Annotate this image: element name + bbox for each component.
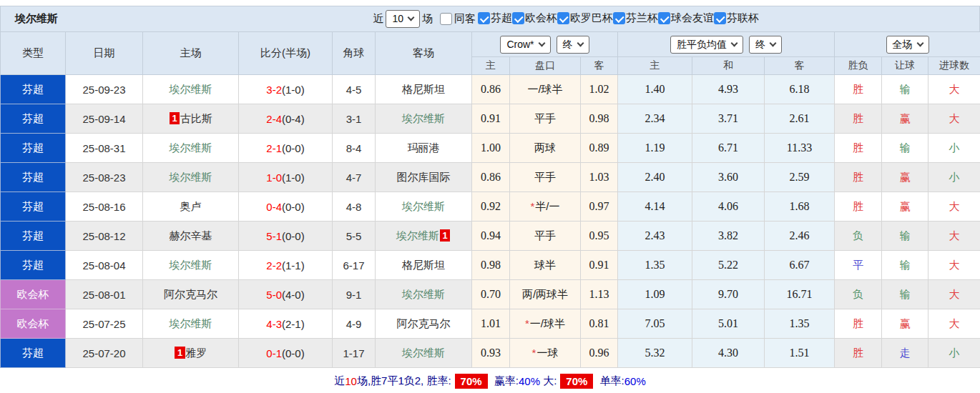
home-team-cell: 埃尔维斯 (143, 251, 239, 280)
date-cell: 25-08-01 (66, 280, 143, 309)
league-filter-item[interactable]: 芬兰杯 (613, 11, 658, 25)
table-row: 芬超 25-09-14 1古比斯 2-4(0-4) 3-1 埃尔维斯 0.91 … (1, 104, 980, 134)
league-filter-label: 球会友谊 (671, 11, 714, 25)
halftime-score: (1-0) (282, 84, 305, 96)
result-cell: 胜 (835, 104, 882, 134)
league-cell: 芬超 (1, 163, 66, 192)
result-cell: 胜 (835, 75, 882, 104)
checkbox-icon[interactable] (613, 12, 625, 24)
league-filter-label: 芬超 (491, 11, 512, 25)
fulltime-score: 2-1 (266, 142, 282, 154)
away-team-name: 埃尔维斯 (402, 288, 445, 300)
odds-home-cell: 0.94 (472, 222, 510, 251)
handicap-result-cell: 输 (882, 75, 928, 104)
star-mark: * (530, 200, 534, 212)
away-team-name: 阿尔克马尔 (397, 317, 451, 329)
mean-home-cell: 2.34 (618, 104, 692, 134)
corners-cell: 4-9 (333, 309, 376, 339)
summary-segment: 大: (540, 374, 557, 388)
league-filter-item[interactable]: 球会友谊 (658, 11, 714, 25)
match-history-panel: 埃尔维斯 近 10 场 同客 芬超欧会杯欧罗巴杯芬兰杯球会友谊芬联杯 类型 日期… (0, 0, 980, 393)
handicap-result-cell: 输 (882, 222, 928, 251)
mean-draw-cell: 4.06 (692, 192, 765, 222)
red-card-badge: 1 (440, 229, 450, 242)
league-filter-item[interactable]: 芬超 (478, 11, 512, 25)
odds-controls-header: Crow* 终 (472, 32, 618, 57)
result-cell: 胜 (835, 134, 882, 163)
recent-count-select[interactable]: 10 (386, 10, 420, 28)
handicap-cell: 两/两球半 (510, 280, 581, 309)
league-filter-item[interactable]: 欧罗巴杯 (557, 11, 613, 25)
checkbox-icon[interactable] (658, 12, 670, 24)
handicap-result-cell: 走 (882, 339, 928, 368)
score-cell: 5-0(4-0) (239, 280, 333, 309)
mean-draw-cell: 3.82 (692, 222, 765, 251)
corners-cell: 3-1 (333, 104, 376, 134)
chevron-down-icon (731, 39, 738, 46)
home-team-cell: 埃尔维斯 (143, 134, 239, 163)
handicap-cell: *一/球半 (510, 309, 581, 339)
subcol-handicap: 盘口 (510, 57, 581, 75)
bookmaker-select[interactable]: Crow* (500, 36, 550, 54)
summary-segment: 近 (334, 374, 345, 388)
col-header-date: 日期 (66, 32, 143, 75)
goals-result-cell: 大 (928, 222, 980, 251)
fulltime-score: 4-3 (266, 318, 282, 330)
league-filter-item[interactable]: 欧会杯 (512, 11, 557, 25)
table-row: 欧会杯 25-07-25 埃尔维斯 4-3(2-1) 4-9 阿尔克马尔 1.0… (1, 309, 980, 339)
league-filter-label: 芬联杯 (727, 11, 759, 25)
checkbox-icon[interactable] (714, 12, 726, 24)
away-team-cell: 埃尔维斯 (376, 104, 472, 134)
odds-time-select[interactable]: 终 (557, 36, 589, 54)
home-team-name: 赫尔辛基 (170, 229, 212, 242)
summary-bar: 近10场,胜7平1负2, 胜率:70% 赢率:40% 大:70% 单率:60% (0, 368, 980, 393)
handicap-text: 平手 (534, 229, 556, 242)
league-cell: 芬超 (1, 251, 66, 280)
league-filter-item[interactable]: 芬联杯 (714, 11, 759, 25)
home-team-cell: 埃尔维斯 (143, 75, 239, 104)
mean-time-select[interactable]: 终 (749, 36, 782, 54)
odds-away-cell: 1.02 (581, 75, 618, 104)
odds-away-cell: 0.89 (581, 134, 618, 163)
handicap-cell: 平手 (510, 222, 581, 251)
odds-away-cell: 0.98 (581, 104, 618, 134)
mean-draw-cell: 4.30 (692, 339, 765, 368)
home-team-name: 奥卢 (180, 200, 202, 212)
chevron-down-icon (408, 14, 415, 21)
checkbox-icon[interactable] (512, 12, 524, 24)
table-row: 芬超 25-07-20 1雅罗 0-1(0-0) 1-17 埃尔维斯 0.93 … (1, 339, 980, 368)
halftime-score: (1-1) (282, 259, 305, 272)
date-cell: 25-07-20 (66, 339, 143, 368)
handicap-cell: *半/一 (510, 192, 581, 222)
mean-home-cell: 1.19 (618, 134, 692, 163)
checkbox-icon[interactable] (557, 12, 569, 24)
matches-label: 场 (422, 12, 433, 26)
halftime-score: (2-1) (282, 318, 305, 330)
score-cell: 0-1(0-0) (239, 339, 333, 368)
goals-result-cell: 大 (928, 104, 980, 134)
mean-home-cell: 2.43 (618, 222, 692, 251)
home-team-name: 埃尔维斯 (170, 83, 212, 95)
handicap-text: 一/球半 (530, 317, 565, 329)
summary-segment: 10 (345, 375, 357, 387)
away-team-cell: 阿尔克马尔 (376, 309, 472, 339)
league-cell: 欧会杯 (1, 309, 66, 339)
table-row: 芬超 25-08-12 赫尔辛基 5-1(0-0) 5-5 埃尔维斯1 0.94… (1, 222, 980, 251)
handicap-text: 两球 (534, 141, 556, 154)
odds-home-cell: 1.00 (472, 134, 510, 163)
mean-select[interactable]: 胜平负均值 (670, 36, 743, 54)
checkbox-icon[interactable] (478, 12, 490, 24)
mean-away-cell: 1.35 (765, 309, 835, 339)
table-row: 芬超 25-09-23 埃尔维斯 3-2(1-0) 4-5 格尼斯坦 0.86 … (1, 75, 980, 104)
mean-draw-cell: 3.60 (692, 163, 765, 192)
same-away-checkbox[interactable] (440, 13, 452, 25)
scope-select[interactable]: 全场 (886, 36, 929, 54)
halftime-score: (4-0) (282, 289, 305, 301)
corners-cell: 9-1 (333, 280, 376, 309)
mean-draw-cell: 3.71 (692, 104, 765, 134)
goals-result-cell: 小 (928, 339, 980, 368)
result-cell: 负 (835, 280, 882, 309)
home-team-cell: 1雅罗 (143, 339, 239, 368)
handicap-text: 两/两球半 (522, 288, 568, 300)
scope-controls-header: 全场 (835, 32, 980, 57)
